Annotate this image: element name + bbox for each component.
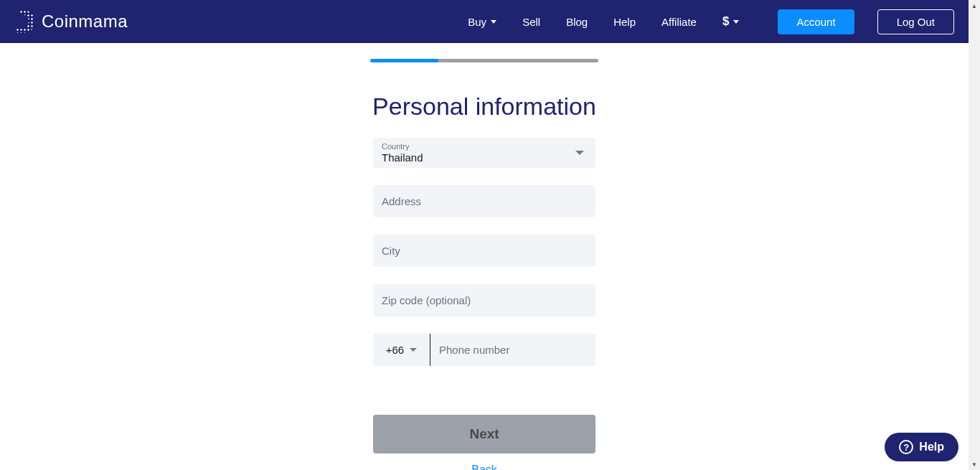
main-content: Personal information Country Thailand +6… bbox=[0, 43, 969, 470]
help-widget-button[interactable]: ? Help bbox=[885, 433, 958, 461]
progress-fill bbox=[370, 59, 438, 62]
scroll-up-arrow-icon[interactable]: ▲ bbox=[969, 0, 980, 11]
country-label: Country bbox=[382, 142, 575, 151]
progress-bar bbox=[370, 59, 598, 62]
brand-logo[interactable]: Coinmama bbox=[16, 10, 128, 33]
nav-sell[interactable]: Sell bbox=[509, 16, 553, 28]
country-select[interactable]: Country Thailand bbox=[373, 138, 595, 168]
country-value: Thailand bbox=[382, 151, 575, 164]
phone-code-value: +66 bbox=[386, 344, 404, 356]
nav-affiliate[interactable]: Affiliate bbox=[649, 16, 710, 28]
top-nav-header: Coinmama Buy Sell Blog Help Affiliate $ … bbox=[0, 0, 969, 43]
chevron-down-icon bbox=[575, 151, 584, 155]
phone-field-wrap: +66 bbox=[373, 334, 595, 366]
nav-links: Buy Sell Blog Help Affiliate $ Account L… bbox=[455, 9, 954, 34]
phone-code-select[interactable]: +66 bbox=[373, 334, 430, 366]
chevron-down-icon bbox=[410, 348, 417, 352]
address-field-wrap bbox=[373, 185, 595, 217]
chevron-down-icon bbox=[733, 20, 739, 24]
scroll-down-arrow-icon[interactable]: ▼ bbox=[969, 459, 980, 470]
currency-symbol: $ bbox=[722, 14, 729, 29]
nav-currency[interactable]: $ bbox=[710, 14, 752, 29]
page-title: Personal information bbox=[372, 93, 596, 121]
nav-blog[interactable]: Blog bbox=[553, 16, 600, 28]
coinmama-logo-icon bbox=[16, 10, 34, 33]
brand-name: Coinmama bbox=[42, 11, 128, 32]
account-button[interactable]: Account bbox=[778, 9, 854, 34]
nav-buy[interactable]: Buy bbox=[455, 16, 509, 28]
back-button[interactable]: Back bbox=[373, 464, 595, 470]
zip-input[interactable] bbox=[373, 284, 595, 316]
chevron-down-icon bbox=[491, 20, 496, 24]
logout-button[interactable]: Log Out bbox=[877, 9, 954, 34]
nav-help[interactable]: Help bbox=[600, 16, 649, 28]
zip-field-wrap bbox=[373, 284, 595, 316]
help-widget-label: Help bbox=[919, 441, 944, 453]
personal-info-form: Country Thailand +66 Next Back bbox=[373, 138, 595, 470]
city-input[interactable] bbox=[373, 235, 595, 267]
next-button[interactable]: Next bbox=[373, 415, 595, 453]
nav-buy-label: Buy bbox=[468, 16, 486, 28]
city-field-wrap bbox=[373, 235, 595, 267]
vertical-scrollbar[interactable]: ▲ ▼ bbox=[969, 0, 980, 470]
address-input[interactable] bbox=[373, 185, 595, 217]
phone-input[interactable] bbox=[430, 334, 595, 366]
question-icon: ? bbox=[899, 440, 913, 454]
